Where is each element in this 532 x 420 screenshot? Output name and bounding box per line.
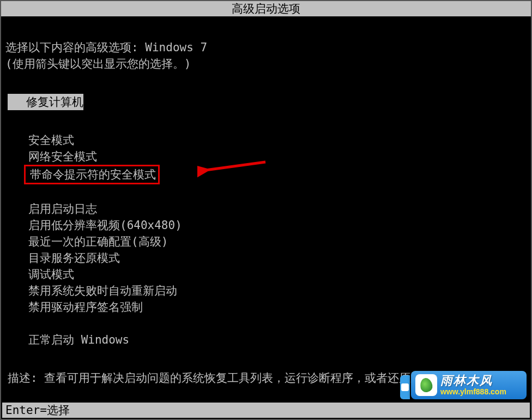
title-text: 高级启动选项: [232, 2, 300, 15]
intro-prefix: 选择以下内容的高级选项:: [5, 41, 138, 54]
intro-line: 选择以下内容的高级选项: Windows 7: [5, 39, 527, 56]
option-disable-driver-sig[interactable]: 禁用驱动程序签名强制: [28, 299, 527, 315]
option-low-res[interactable]: 启用低分辨率视频(640x480): [28, 217, 527, 233]
description-text: 查看可用于解决启动问题的系统恢复工具列表，运行诊断程序，或者还原系统。: [44, 371, 445, 385]
options-list: 安全模式 网络安全模式 带命令提示符的安全模式 启用启动日志 启用低分辨率视频(…: [5, 132, 527, 348]
option-safe-mode-cmd[interactable]: 带命令提示符的安全模式: [28, 165, 527, 184]
title-bar: 高级启动选项: [1, 1, 531, 16]
option-safe-mode-network[interactable]: 网络安全模式: [28, 148, 527, 165]
footer-bar: Enter=选择: [2, 403, 530, 418]
option-last-known-good[interactable]: 最近一次的正确配置(高级): [28, 233, 527, 250]
repair-option-row[interactable]: 修复计算机: [5, 94, 527, 110]
option-normal-start[interactable]: 正常启动 Windows: [28, 332, 527, 348]
description-label: 描述:: [8, 371, 38, 385]
intro-hint: (使用箭头键以突出显示您的选择。): [5, 56, 527, 72]
option-safe-mode[interactable]: 安全模式: [28, 132, 527, 148]
option-ds-restore[interactable]: 目录服务还原模式: [28, 250, 527, 266]
watermark-brand: 雨林木风: [440, 375, 506, 387]
footer-enter-hint: Enter=选择: [5, 403, 70, 417]
option-debug[interactable]: 调试模式: [28, 266, 527, 283]
watermark-url: www.ylmf888.com: [440, 388, 506, 395]
content-area: 选择以下内容的高级选项: Windows 7 (使用箭头键以突出显示您的选择。)…: [1, 16, 531, 386]
option-boot-log[interactable]: 启用启动日志: [28, 201, 527, 217]
watermark-badge: 雨林木风 www.ylmf888.com: [411, 371, 527, 399]
repair-option-label: 修复计算机: [26, 95, 83, 109]
intro-os-name: Windows 7: [145, 41, 207, 54]
watermark-leaf-icon: [415, 374, 437, 396]
option-disable-auto-restart[interactable]: 禁用系统失败时自动重新启动: [28, 283, 527, 299]
watermark-side-tab: [400, 375, 410, 399]
